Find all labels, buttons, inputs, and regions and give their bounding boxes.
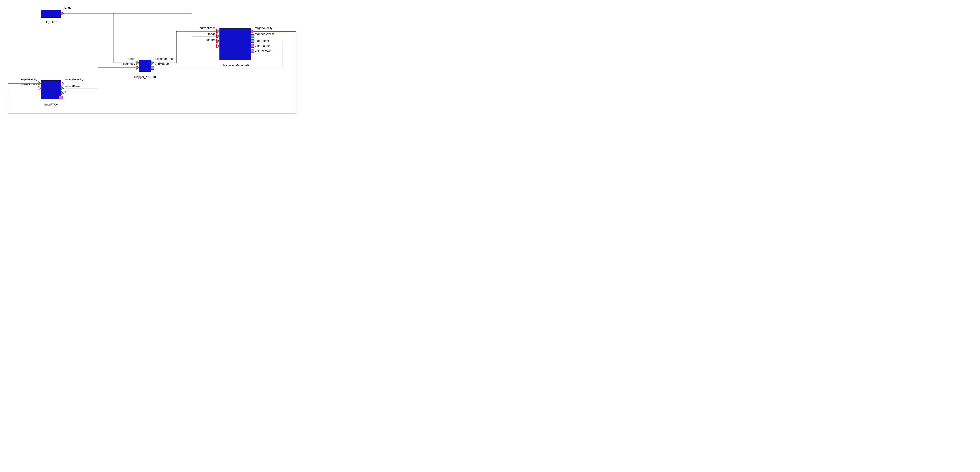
label-nav-targetvelocity: targetVelocity [255, 26, 273, 30]
label-nav-pathplanner: pathPlanner [255, 44, 270, 47]
svg-rect-2 [139, 60, 151, 72]
port-nav-range-in[interactable] [216, 34, 220, 38]
svg-rect-0 [41, 10, 61, 18]
wire-nav-targetvelocity-to-spur-targetvelocity[interactable] [8, 31, 296, 114]
port-nav-targetvelocity-out[interactable] [251, 29, 254, 33]
port-spur-targetvelocity-in[interactable] [38, 81, 41, 85]
component-urgrtc0[interactable]: range UrgRTC0 [41, 6, 72, 24]
label-mapper-estimatedpose: estimatedPose [155, 57, 174, 61]
label-nav-pathfollower: pathFollower [255, 49, 272, 52]
port-mapper-range-in[interactable] [136, 61, 139, 65]
label-spur-name: SpurRTC0 [44, 103, 58, 106]
port-nav-camera-in[interactable] [216, 39, 220, 43]
port-nav-mapserver-srv[interactable] [251, 40, 254, 43]
port-mapper-estimatedpose-out[interactable] [151, 61, 154, 65]
label-mapper-odometry: odometry [123, 62, 135, 65]
label-nav-name: NavigationManager0 [222, 64, 249, 67]
port-spur-poseupdate-in[interactable] [38, 86, 41, 90]
port-spur-spur-out[interactable] [61, 91, 64, 95]
port-nav-extra-in[interactable] [216, 44, 220, 48]
component-navigationmanager0[interactable]: currentPose range camera targetVelocity … [200, 26, 275, 67]
svg-rect-1 [41, 80, 61, 99]
label-spur-poseupdate: poseUpdate [21, 83, 37, 86]
port-nav-mapperservice-srv[interactable] [251, 35, 254, 38]
label-nav-mapserver: mapServer [255, 39, 269, 42]
port-mapper-gridmapper-srv[interactable] [151, 66, 154, 69]
label-mapper-range: range [128, 57, 135, 61]
svg-rect-3 [220, 29, 251, 60]
wire-urg-range-to-nav-range[interactable] [114, 13, 216, 36]
port-spur-currentpose-out[interactable] [61, 86, 64, 90]
port-spur-service[interactable] [59, 96, 62, 99]
wire-urg-range-to-mapper-range[interactable] [64, 13, 136, 63]
label-nav-mapperservice: mapperService [255, 32, 275, 35]
port-mapper-odometry-in[interactable] [136, 66, 139, 70]
port-spur-currentvelocity-out[interactable] [61, 81, 64, 85]
label-spur-spur: spur [64, 89, 70, 93]
component-spurrtc0[interactable]: targetVelocity poseUpdate currentVelocit… [20, 78, 83, 106]
label-urg-range: range [64, 6, 72, 9]
label-nav-camera: camera [206, 38, 216, 41]
label-spur-currentpose: currentPose [64, 85, 80, 88]
port-nav-pathfollower-srv[interactable] [251, 49, 254, 53]
label-spur-currentvelocity: currentVelocity [64, 78, 83, 81]
label-mapper-name: Mapper_MRPT0 [134, 75, 156, 79]
label-mapper-gridmapper: gridMapper [155, 62, 170, 65]
port-nav-pathplanner-srv[interactable] [251, 44, 254, 48]
port-nav-currentpose-in[interactable] [216, 29, 220, 33]
label-nav-currentpose: currentPose [200, 26, 216, 30]
label-urg-name: UrgRTC0 [45, 21, 57, 24]
label-nav-range: range [208, 32, 216, 35]
port-urg-range-out[interactable] [61, 11, 64, 15]
label-spur-targetvelocity: targetVelocity [20, 78, 37, 81]
